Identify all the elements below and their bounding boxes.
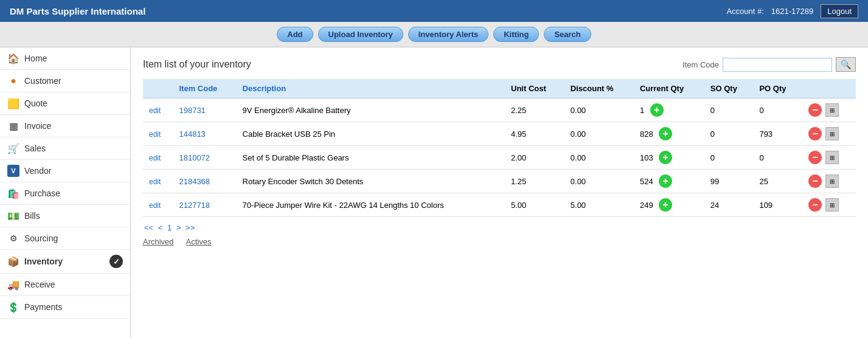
sidebar-item-bills[interactable]: 💵 Bills (0, 205, 130, 227)
item-code-search-input[interactable] (723, 58, 832, 72)
edit-cell: edit (143, 146, 173, 170)
action-cell: − ⊞ (802, 122, 856, 146)
sidebar-item-vendor[interactable]: V Vendor (0, 160, 130, 182)
item-code-link[interactable]: 2184368 (179, 177, 210, 186)
add-qty-button[interactable]: + (659, 151, 672, 164)
actives-link[interactable]: Actives (186, 237, 212, 246)
search-submit-button[interactable]: 🔍 (836, 57, 856, 72)
payments-icon: 💲 (7, 301, 19, 313)
edit-cell: edit (143, 98, 173, 122)
grid-icon[interactable]: ⊞ (825, 151, 839, 164)
sidebar-item-purchase-label: Purchase (24, 188, 60, 198)
sidebar-item-sales[interactable]: 🛒 Sales (0, 137, 130, 160)
item-code-link[interactable]: 198731 (179, 106, 205, 115)
so-qty-cell: 0 (704, 122, 754, 146)
header: DM Parts Supplier International Account … (0, 0, 868, 22)
home-icon: 🏠 (7, 52, 19, 64)
sidebar-item-home[interactable]: 🏠 Home (0, 47, 130, 70)
kitting-button[interactable]: Kitting (493, 27, 539, 42)
sidebar-item-customer[interactable]: ● Customer (0, 70, 130, 92)
sourcing-icon: ⚙ (7, 232, 19, 244)
edit-cell: edit (143, 122, 173, 146)
add-qty-button[interactable]: + (659, 198, 672, 212)
current-qty-cell: 249 + (634, 193, 704, 217)
edit-link[interactable]: edit (149, 178, 161, 186)
sidebar-item-invoice-label: Invoice (24, 121, 51, 131)
remove-button[interactable]: − (808, 103, 822, 117)
pagination-last[interactable]: >> (186, 223, 195, 232)
grid-icon[interactable]: ⊞ (825, 103, 839, 117)
col-description: Description (237, 79, 505, 98)
sidebar-item-quote-label: Quote (24, 98, 47, 108)
sidebar-item-receive-label: Receive (24, 280, 55, 289)
col-item-code: Item Code (173, 79, 236, 98)
sidebar-item-payments[interactable]: 💲 Payments (0, 296, 130, 319)
remove-button[interactable]: − (808, 174, 822, 188)
edit-link[interactable]: edit (149, 130, 161, 139)
edit-link[interactable]: edit (149, 201, 161, 210)
table-row: edit 2127718 70-Piece Jumper Wire Kit - … (143, 193, 856, 217)
purchase-icon: 🛍️ (7, 187, 19, 199)
toolbar: Add Upload Inventory Inventory Alerts Ki… (0, 22, 868, 47)
pagination-prev[interactable]: < (158, 223, 163, 232)
add-button[interactable]: Add (277, 27, 313, 42)
discount-cell: 0.00 (564, 122, 634, 146)
vendor-icon: V (7, 165, 19, 177)
remove-button[interactable]: − (808, 198, 822, 212)
description-cell: Cable Bracket USB 25 Pin (237, 122, 505, 146)
item-code-link[interactable]: 1810072 (179, 153, 210, 162)
sidebar-item-purchase[interactable]: 🛍️ Purchase (0, 182, 130, 205)
inventory-alerts-button[interactable]: Inventory Alerts (408, 27, 489, 42)
remove-button[interactable]: − (808, 151, 822, 164)
remove-button[interactable]: − (808, 127, 822, 140)
quote-icon: 🟨 (7, 97, 19, 109)
upload-inventory-button[interactable]: Upload Inventory (318, 27, 403, 42)
col-actions-spacer (802, 79, 856, 98)
edit-link[interactable]: edit (149, 154, 161, 162)
bills-icon: 💵 (7, 210, 19, 222)
list-header: Item list of your inventory Item Code 🔍 (143, 57, 856, 72)
sidebar-item-sourcing-label: Sourcing (24, 233, 58, 243)
sales-icon: 🛒 (7, 142, 19, 154)
description-cell: 70-Piece Jumper Wire Kit - 22AWG 14 Leng… (237, 193, 505, 217)
inventory-table: Item Code Description Unit Cost Discount… (143, 79, 856, 217)
sidebar-item-inventory-label: Inventory (24, 257, 63, 266)
sidebar-item-receive[interactable]: 🚚 Receive (0, 274, 130, 296)
col-po-qty: PO Qty (753, 79, 802, 98)
item-code-link[interactable]: 144813 (179, 129, 205, 139)
edit-link[interactable]: edit (149, 106, 161, 115)
item-code-cell: 2184368 (173, 170, 236, 193)
sidebar-item-sourcing[interactable]: ⚙ Sourcing (0, 227, 130, 250)
sidebar-item-payments-label: Payments (24, 302, 62, 312)
pagination-next[interactable]: > (176, 223, 181, 232)
item-code-link[interactable]: 2127718 (179, 201, 210, 210)
sidebar-item-quote[interactable]: 🟨 Quote (0, 92, 130, 115)
action-cell: − ⊞ (802, 170, 856, 193)
pagination-first[interactable]: << (144, 223, 153, 232)
sidebar-item-customer-label: Customer (24, 76, 61, 86)
logout-button[interactable]: Logout (821, 4, 858, 18)
search-button[interactable]: Search (544, 27, 591, 42)
sidebar: 🏠 Home ● Customer 🟨 Quote ▦ Invoice 🛒 Sa… (0, 47, 131, 338)
add-qty-button[interactable]: + (659, 127, 672, 140)
edit-cell: edit (143, 193, 173, 217)
po-qty-cell: 793 (753, 122, 802, 146)
current-qty-cell: 828 + (634, 122, 704, 146)
archived-link[interactable]: Archived (143, 237, 174, 246)
inventory-active-badge: ✓ (109, 255, 123, 268)
sidebar-item-inventory[interactable]: 📦 Inventory ✓ (0, 250, 130, 274)
sidebar-item-invoice[interactable]: ▦ Invoice (0, 115, 130, 137)
grid-icon[interactable]: ⊞ (825, 198, 839, 212)
action-cell: − ⊞ (802, 193, 856, 217)
pagination: << < 1 > >> (143, 223, 856, 232)
add-qty-button[interactable]: + (650, 103, 664, 117)
add-qty-button[interactable]: + (659, 174, 672, 188)
grid-icon[interactable]: ⊞ (825, 127, 839, 140)
current-qty-cell: 524 + (634, 170, 704, 193)
grid-icon[interactable]: ⊞ (825, 174, 839, 188)
so-qty-cell: 0 (704, 146, 754, 170)
description-cell: Set of 5 Durable Plastic Gears (237, 146, 505, 170)
account-label: Account #: (726, 7, 763, 16)
so-qty-cell: 0 (704, 98, 754, 122)
unit-cost-cell: 1.25 (505, 170, 564, 193)
